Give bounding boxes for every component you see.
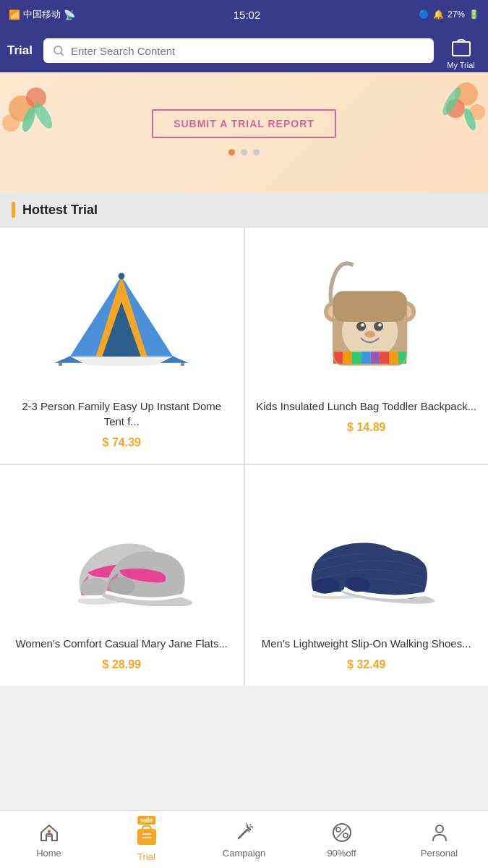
svg-point-0 <box>54 46 62 54</box>
product-card-3[interactable]: Women's Comfort Casual Mary Jane Flats..… <box>0 465 244 686</box>
product-card-2[interactable]: Kids Insulated Lunch Bag Toddler Backpac… <box>245 228 489 464</box>
wifi-icon: 📡 <box>64 9 75 20</box>
status-left: 📶 中国移动 📡 <box>9 8 75 21</box>
svg-point-66 <box>336 827 341 832</box>
nav-item-trial[interactable]: sale Trial <box>98 811 195 868</box>
dot-1 <box>228 149 235 156</box>
nav-label-personal: Personal <box>421 848 458 859</box>
dot-2 <box>241 149 247 156</box>
product-price-1: $ 74.39 <box>103 436 141 449</box>
svg-point-21 <box>119 273 125 279</box>
product-name-4: Men's Lightweight Slip-On Walking Shoes.… <box>258 636 475 651</box>
product-price-3: $ 28.99 <box>103 658 141 671</box>
banner-flowers-left <box>0 80 87 152</box>
product-name-2: Kids Insulated Lunch Bag Toddler Backpac… <box>252 399 480 414</box>
product-image-tent <box>7 242 236 387</box>
nav-item-campaign[interactable]: ✦ ✦ ✦ Campaign <box>195 811 293 868</box>
battery-text: 27% <box>448 9 465 20</box>
svg-rect-36 <box>333 352 343 364</box>
product-image-shoes-navy <box>252 480 481 624</box>
product-image-shoes-pink <box>7 480 236 624</box>
svg-line-1 <box>61 53 63 55</box>
my-trial-button[interactable]: My Trial <box>441 33 481 69</box>
navy-shoes-icon <box>294 498 439 606</box>
product-image-monkeybag <box>252 242 481 387</box>
product-price-2: $ 14.89 <box>347 421 385 434</box>
battery-icon: 🔋 <box>468 9 479 20</box>
shopping-bag-icon <box>448 33 474 59</box>
trial-bag-container: sale <box>132 817 162 848</box>
campaign-icon: ✦ ✦ ✦ <box>233 821 256 844</box>
banner-dots <box>228 149 260 156</box>
product-price-4: $ 32.49 <box>347 658 385 671</box>
nav-item-90off[interactable]: 90%off <box>293 811 390 868</box>
banner-flowers-right <box>401 72 488 145</box>
personal-icon <box>428 821 451 844</box>
svg-rect-39 <box>361 352 370 364</box>
nav-item-home[interactable]: Home <box>0 811 98 868</box>
svg-rect-40 <box>370 352 380 364</box>
svg-rect-41 <box>380 352 389 364</box>
svg-line-68 <box>337 827 347 838</box>
section-title: Hottest Trial <box>22 203 98 218</box>
home-icon <box>38 821 61 844</box>
monkey-bag-icon <box>298 252 435 378</box>
product-name-1: 2-3 Person Family Easy Up Instant Dome T… <box>7 399 236 429</box>
product-name-3: Women's Comfort Casual Mary Jane Flats..… <box>12 636 231 651</box>
submit-trial-button[interactable]: SUBMIT A TRIAL REPORT <box>152 109 336 138</box>
sale-badge: sale <box>137 816 156 825</box>
tent-icon <box>49 257 194 373</box>
svg-line-61 <box>247 830 249 832</box>
svg-point-33 <box>378 323 382 327</box>
pink-shoes-icon <box>49 498 194 606</box>
time-display: 15:02 <box>234 9 261 21</box>
search-icon <box>52 44 65 57</box>
svg-line-57 <box>239 830 247 838</box>
product-grid: 2-3 Person Family Easy Up Instant Dome T… <box>0 228 488 686</box>
nav-label-trial: Trial <box>137 851 155 862</box>
nav-label-90off: 90%off <box>327 848 356 859</box>
bottom-nav: Home sale Trial ✦ ✦ ✦ Campaig <box>0 810 488 868</box>
svg-point-5 <box>2 114 20 132</box>
svg-text:✦: ✦ <box>252 826 254 830</box>
nav-item-personal[interactable]: Personal <box>390 811 488 868</box>
svg-point-30 <box>356 321 366 331</box>
carrier-text: 中国移动 <box>23 8 61 21</box>
status-bar: 📶 中国移动 📡 15:02 🔵 🔔 27% 🔋 <box>0 0 488 29</box>
status-right: 🔵 🔔 27% 🔋 <box>419 9 479 20</box>
svg-rect-45 <box>333 292 406 321</box>
my-trial-label: My Trial <box>447 61 475 69</box>
banner-content: SUBMIT A TRIAL REPORT <box>152 109 336 156</box>
svg-rect-2 <box>453 42 470 56</box>
svg-rect-37 <box>343 352 352 364</box>
header: Trial My Trial <box>0 29 488 72</box>
svg-point-34 <box>364 331 375 337</box>
svg-point-69 <box>436 825 443 833</box>
svg-point-31 <box>374 321 383 331</box>
dot-3 <box>253 149 260 156</box>
banner: SUBMIT A TRIAL REPORT <box>0 72 488 192</box>
svg-rect-42 <box>389 352 398 364</box>
section-bar-accent <box>12 202 15 218</box>
svg-point-32 <box>361 323 364 327</box>
svg-rect-38 <box>351 352 361 364</box>
product-card-4[interactable]: Men's Lightweight Slip-On Walking Shoes.… <box>245 465 489 686</box>
nav-label-home: Home <box>36 848 61 859</box>
search-input[interactable] <box>71 45 425 57</box>
alarm-icon: 🔔 <box>433 9 444 20</box>
section-header: Hottest Trial <box>0 192 488 228</box>
discount-icon <box>330 821 354 844</box>
product-card-1[interactable]: 2-3 Person Family Easy Up Instant Dome T… <box>0 228 244 464</box>
signal-icon: 📶 <box>9 9 20 20</box>
bluetooth-icon: 🔵 <box>419 9 429 20</box>
svg-point-67 <box>343 833 348 838</box>
header-title: Trial <box>7 43 36 58</box>
nav-label-campaign: Campaign <box>223 848 265 859</box>
svg-rect-43 <box>398 352 406 364</box>
search-bar[interactable] <box>43 38 434 63</box>
svg-rect-54 <box>137 829 156 845</box>
